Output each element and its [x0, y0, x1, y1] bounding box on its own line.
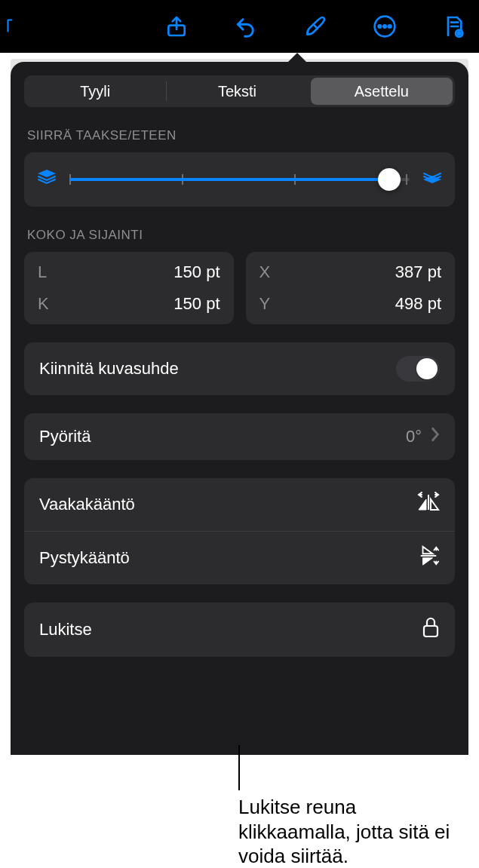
- flip-horizontal-row[interactable]: Vaakakääntö: [24, 478, 455, 531]
- aspect-ratio-toggle[interactable]: [396, 356, 440, 382]
- svg-point-3: [383, 25, 385, 27]
- tab-segmented-control: Tyyli Teksti Asettelu: [24, 75, 455, 107]
- zorder-slider-card: [24, 152, 455, 207]
- y-label: Y: [259, 294, 271, 314]
- document-view-icon[interactable]: [441, 14, 467, 39]
- flip-vertical-icon: [417, 545, 440, 571]
- callout-text: Lukitse reuna klikkaamalla, jotta sitä e…: [238, 795, 465, 868]
- height-value[interactable]: 150 pt: [173, 294, 220, 314]
- x-value[interactable]: 387 pt: [395, 262, 441, 282]
- size-box[interactable]: L150 pt K150 pt: [24, 252, 234, 324]
- lock-label: Lukitse: [39, 620, 92, 639]
- toolbar: [0, 0, 479, 53]
- callout-line: [238, 745, 240, 790]
- tab-text[interactable]: Teksti: [166, 75, 308, 107]
- flip-horizontal-icon: [417, 492, 440, 517]
- rotate-value: 0°: [406, 427, 422, 446]
- lock-icon: [422, 616, 440, 643]
- width-value[interactable]: 150 pt: [173, 262, 220, 282]
- slider-thumb[interactable]: [378, 168, 401, 191]
- chevron-right-icon: [431, 427, 440, 446]
- format-brush-icon[interactable]: [302, 14, 328, 39]
- zorder-slider[interactable]: [69, 166, 410, 193]
- undo-icon[interactable]: [233, 14, 259, 39]
- rotate-row[interactable]: Pyöritä 0°: [24, 413, 455, 460]
- send-back-icon[interactable]: [36, 169, 57, 190]
- format-popover: Tyyli Teksti Asettelu SIIRRÄ TAAKSE/ETEE…: [11, 62, 468, 755]
- zorder-section-label: SIIRRÄ TAAKSE/ETEEN: [27, 128, 452, 143]
- bring-front-icon[interactable]: [422, 169, 443, 190]
- tab-style[interactable]: Tyyli: [24, 75, 166, 107]
- popover-arrow: [287, 53, 308, 63]
- svg-point-6: [458, 32, 461, 35]
- x-label: X: [259, 262, 271, 282]
- doc-edge-icon: [6, 15, 21, 38]
- aspect-ratio-row: Kiinnitä kuvasuhde: [24, 342, 455, 395]
- width-label: L: [38, 262, 47, 282]
- svg-rect-7: [424, 626, 438, 636]
- rotate-label: Pyöritä: [39, 427, 91, 446]
- flip-vertical-label: Pystykääntö: [39, 548, 130, 568]
- lock-row[interactable]: Lukitse: [24, 603, 455, 657]
- position-box[interactable]: X387 pt Y498 pt: [246, 252, 456, 324]
- more-icon[interactable]: [372, 14, 398, 39]
- flip-vertical-row[interactable]: Pystykääntö: [24, 531, 455, 584]
- share-icon[interactable]: [164, 14, 189, 39]
- svg-point-2: [379, 25, 381, 27]
- svg-point-4: [388, 25, 391, 27]
- flip-horizontal-label: Vaakakääntö: [39, 495, 135, 514]
- aspect-ratio-label: Kiinnitä kuvasuhde: [39, 359, 179, 379]
- tab-layout[interactable]: Asettelu: [311, 78, 453, 105]
- y-value[interactable]: 498 pt: [395, 294, 441, 314]
- sizepos-section-label: KOKO JA SIJAINTI: [27, 228, 452, 243]
- height-label: K: [38, 294, 49, 314]
